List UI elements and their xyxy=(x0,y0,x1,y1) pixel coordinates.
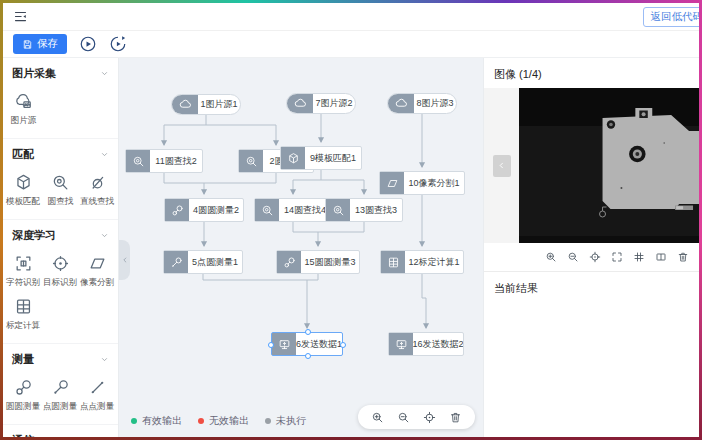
node-send-data-2[interactable]: 16发送数据2 xyxy=(388,332,464,356)
tool-ocr[interactable]: 字符识别 xyxy=(5,250,42,293)
tool-line-find[interactable]: 直线查找 xyxy=(79,169,116,212)
circle-search-icon xyxy=(239,150,263,172)
zoom-out-icon[interactable] xyxy=(567,251,579,263)
node-pixel-segment-1[interactable]: 10像素分割1 xyxy=(379,171,465,195)
circle-circle-measure-icon xyxy=(14,378,33,397)
legend-valid-output: 有效输出 xyxy=(131,414,182,428)
step-run-icon xyxy=(109,35,127,53)
image-panel: 图像 (1/4) xyxy=(483,58,699,437)
tool-object-detect[interactable]: 目标识别 xyxy=(42,250,79,293)
calibration-icon xyxy=(14,297,33,316)
run-once-button[interactable] xyxy=(109,35,127,53)
header-bar: 返回低代码 xyxy=(3,3,699,31)
section-deep-learning: 深度学习 字符识别 目标识别 xyxy=(3,220,118,344)
node-template-match-1[interactable]: 9模板匹配1 xyxy=(280,146,362,170)
trash-icon[interactable] xyxy=(677,251,689,263)
play-icon xyxy=(79,35,97,53)
section-header[interactable]: 测量 xyxy=(3,349,118,369)
node-send-data-1[interactable]: 6发送数据1 xyxy=(271,332,343,356)
current-results-title: 当前结果 xyxy=(484,272,699,305)
inspection-image[interactable] xyxy=(519,88,699,243)
tool-point-circle-measure[interactable]: 点圆测量 xyxy=(42,374,79,417)
tool-template-match[interactable]: 模板匹配 xyxy=(5,169,42,212)
image-viewer xyxy=(484,88,699,243)
grid-icon[interactable] xyxy=(633,251,645,263)
cloud-icon xyxy=(388,94,414,113)
previous-image-button[interactable] xyxy=(493,155,511,177)
send-data-icon xyxy=(389,333,413,355)
node-image-source-2[interactable]: 7图片源2 xyxy=(286,93,356,114)
canvas-zoom-controls xyxy=(358,405,475,429)
circle-search-icon xyxy=(126,150,150,172)
red-dot-icon xyxy=(198,418,204,424)
cube-icon xyxy=(14,173,33,192)
chevron-down-icon xyxy=(100,231,109,240)
segment-icon xyxy=(88,254,107,273)
green-dot-icon xyxy=(131,418,137,424)
ocr-icon xyxy=(14,254,33,273)
point-point-measure-icon xyxy=(88,378,107,397)
section-header[interactable]: 深度学习 xyxy=(3,225,118,245)
line-search-icon xyxy=(88,173,107,192)
tool-circle-circle-measure[interactable]: 圆圆测量 xyxy=(5,374,42,417)
zoom-in-icon[interactable] xyxy=(545,251,557,263)
save-button[interactable]: 保存 xyxy=(13,34,67,54)
section-header[interactable]: 匹配 xyxy=(3,144,118,164)
node-image-source-3[interactable]: 8图片源3 xyxy=(387,93,457,114)
legend-invalid-output: 无效输出 xyxy=(198,414,249,428)
tool-circle-find[interactable]: 圆查找 xyxy=(42,169,79,212)
section-communication: 通信 xyxy=(3,425,118,437)
section-image-acquisition: 图片采集 图片源 xyxy=(3,58,118,139)
fullscreen-icon[interactable] xyxy=(611,251,623,263)
tool-calibration[interactable]: 标定计算 xyxy=(5,293,42,336)
node-circle-circle-measure-3[interactable]: 15圆圆测量3 xyxy=(276,250,360,274)
chevron-down-icon xyxy=(100,69,109,78)
circle-circle-measure-icon xyxy=(165,199,189,221)
section-header[interactable]: 图片采集 xyxy=(3,63,118,83)
image-panel-title: 图像 (1/4) xyxy=(484,58,699,88)
locate-icon[interactable] xyxy=(589,251,601,263)
run-button[interactable] xyxy=(79,35,97,53)
section-header[interactable]: 通信 xyxy=(3,430,118,437)
node-point-circle-measure-1[interactable]: 5点圆测量1 xyxy=(163,250,243,274)
locate-icon[interactable] xyxy=(423,411,436,424)
circle-search-icon xyxy=(326,199,350,221)
compare-icon[interactable] xyxy=(655,251,667,263)
zoom-out-icon[interactable] xyxy=(397,411,410,424)
target-icon xyxy=(51,254,70,273)
app-window: 返回低代码 保存 图片采集 xyxy=(0,0,702,440)
node-handle-top[interactable] xyxy=(305,329,311,335)
node-calibration-1[interactable]: 12标定计算1 xyxy=(380,250,464,274)
sidebar-collapse-tab[interactable] xyxy=(119,240,130,280)
node-handle-right[interactable] xyxy=(340,342,346,348)
tool-point-point-measure[interactable]: 点点测量 xyxy=(79,374,116,417)
point-circle-measure-icon xyxy=(164,251,188,273)
menu-unfold-icon[interactable] xyxy=(13,9,28,24)
zoom-in-icon[interactable] xyxy=(371,411,384,424)
section-measure: 测量 圆圆测量 点圆测量 xyxy=(3,344,118,425)
camera-image xyxy=(519,88,699,243)
node-image-source-1[interactable]: 1图片源1 xyxy=(171,94,241,115)
node-circle-circle-measure-2[interactable]: 4圆圆测量2 xyxy=(164,198,244,222)
back-to-lowcode-button[interactable]: 返回低代码 xyxy=(643,7,700,27)
circle-search-icon xyxy=(51,173,70,192)
save-icon xyxy=(22,39,33,50)
tool-pixel-segment[interactable]: 像素分割 xyxy=(79,250,116,293)
toolbar: 保存 xyxy=(3,31,699,58)
frame-border-top xyxy=(0,0,702,3)
flow-canvas[interactable]: 1图片源1 7图片源2 8图片源3 11圆查找2 2圆查找1 xyxy=(119,58,483,437)
cube-icon xyxy=(281,147,305,169)
tool-image-source[interactable]: 图片源 xyxy=(5,88,42,131)
node-circle-find-3[interactable]: 13圆查找3 xyxy=(325,198,403,222)
cloud-icon xyxy=(172,95,198,114)
node-circle-find-4[interactable]: 14圆查找4 xyxy=(254,198,332,222)
cloud-icon xyxy=(287,94,313,113)
send-data-icon xyxy=(272,333,296,355)
node-handle-bottom[interactable] xyxy=(305,353,311,359)
chevron-left-icon xyxy=(497,161,506,170)
trash-icon[interactable] xyxy=(449,411,462,424)
circle-search-icon xyxy=(255,199,279,221)
node-circle-find-2[interactable]: 11圆查找2 xyxy=(125,149,203,173)
point-circle-measure-icon xyxy=(51,378,70,397)
node-handle-left[interactable] xyxy=(268,342,274,348)
